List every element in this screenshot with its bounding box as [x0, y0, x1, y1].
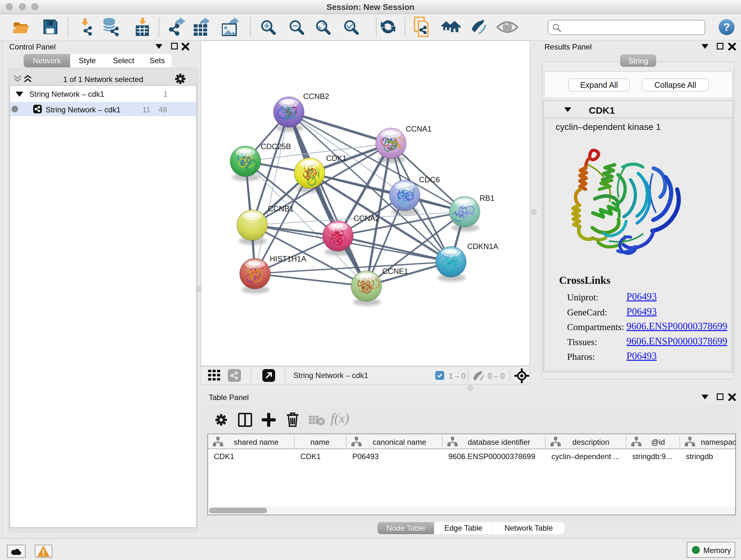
- svg-text:CCNA1: CCNA1: [406, 125, 431, 133]
- svg-text:RB1: RB1: [480, 194, 495, 202]
- svg-text:CCNE1: CCNE1: [382, 267, 408, 275]
- svg-text:CDC6: CDC6: [419, 175, 440, 184]
- svg-text:CCNB2: CCNB2: [303, 92, 329, 101]
- svg-text:CCNB1: CCNB1: [268, 204, 293, 213]
- svg-text:HIST1H1A: HIST1H1A: [270, 254, 307, 263]
- svg-text:CDC25B: CDC25B: [261, 142, 291, 151]
- svg-text:CCNA2: CCNA2: [354, 214, 380, 223]
- svg-text:CDKN1A: CDKN1A: [467, 242, 498, 251]
- svg-text:CDK1: CDK1: [326, 154, 347, 163]
